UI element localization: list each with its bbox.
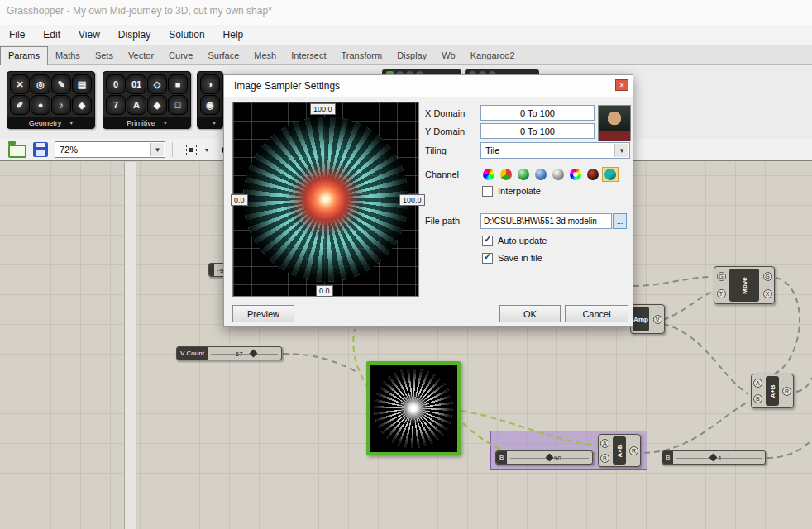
channel-rgb-icon[interactable]	[480, 167, 497, 182]
slider-90-knob[interactable]	[545, 453, 553, 461]
partial-group-icon-1[interactable]: ◑	[200, 74, 220, 94]
primitive-icon-2[interactable]: 01	[127, 74, 146, 94]
geometry-icon-1[interactable]: ✕	[10, 74, 30, 94]
tab-transform[interactable]: Transform	[333, 47, 389, 64]
primitive-icon-4[interactable]: ■	[168, 74, 188, 94]
tiling-value: Tile	[485, 145, 499, 155]
amplitude-output-nub[interactable]: V	[653, 315, 662, 324]
tab-sets[interactable]: Sets	[88, 47, 121, 64]
tab-maths[interactable]: Maths	[48, 47, 88, 64]
channel-alpha-icon[interactable]	[550, 167, 566, 182]
canvas-scrollbar[interactable]	[124, 162, 136, 529]
window-titlebar[interactable]: Grasshopper - My own Mid-journey to 3D, …	[0, 0, 812, 25]
zoom-extents-icon[interactable]	[184, 143, 198, 157]
primitive-icon-1[interactable]: 0	[106, 74, 126, 94]
channel-green-icon[interactable]	[515, 167, 532, 182]
geometry-icon-6[interactable]: ●	[31, 95, 50, 115]
primitive-icon-6[interactable]: A	[127, 95, 146, 115]
amplitude-component[interactable]: Amp V	[630, 304, 665, 334]
zoom-extents-dropdown-icon[interactable]: ▾	[205, 146, 208, 154]
image-preview-panel[interactable]	[232, 102, 419, 297]
addition-output-r[interactable]: R	[782, 387, 791, 396]
multiplication-output-r[interactable]: R	[629, 446, 638, 455]
channel-blue-icon[interactable]	[533, 167, 549, 182]
tab-kangaroo2[interactable]: Kangaroo2	[463, 47, 523, 64]
primitive-icon-5[interactable]: 7	[106, 95, 126, 115]
tab-wb[interactable]: Wb	[434, 47, 463, 64]
image-sampler-dialog: Image Sampler Settings ✕ 100.0 0.0 100.0…	[223, 74, 633, 327]
x-domain-input[interactable]	[480, 105, 595, 121]
move-input-translation[interactable]: T	[717, 289, 726, 298]
vcount-slider[interactable]: V Count 67	[176, 346, 282, 360]
tab-mesh[interactable]: Mesh	[246, 47, 284, 64]
ok-button[interactable]: OK	[499, 305, 561, 322]
partial-group-icon-2[interactable]: ◉	[200, 95, 220, 115]
move-input-geometry[interactable]: G	[717, 272, 726, 281]
menu-edit[interactable]: Edit	[34, 25, 69, 45]
file-path-label: File path	[425, 216, 460, 226]
save-file-icon[interactable]	[33, 142, 48, 157]
geometry-icon-4[interactable]: ▤	[72, 74, 92, 94]
menu-file[interactable]: File	[0, 25, 34, 45]
browse-button[interactable]: ...	[613, 213, 627, 229]
slider-1[interactable]: B 1	[662, 450, 766, 465]
geometry-icon-7[interactable]: ♪	[51, 95, 71, 115]
cancel-button[interactable]: Cancel	[565, 305, 628, 322]
move-output-geometry[interactable]: G	[763, 272, 772, 281]
primitive-icon-8[interactable]: □	[168, 95, 188, 115]
slider-90-track[interactable]: 90	[507, 451, 592, 464]
menu-display[interactable]: Display	[109, 25, 160, 45]
vcount-slider-knob[interactable]	[249, 349, 257, 357]
tab-curve[interactable]: Curve	[161, 47, 200, 64]
multiplication-input-a[interactable]: A	[600, 439, 609, 448]
multiplication-input-b[interactable]: B	[600, 454, 609, 463]
geometry-icon-8[interactable]: ◆	[72, 95, 92, 115]
geometry-icon-2[interactable]: ◎	[31, 74, 50, 94]
geometry-icon-3[interactable]: ✎	[51, 74, 71, 94]
channel-saturation-icon[interactable]	[585, 167, 601, 182]
tab-intersect[interactable]: Intersect	[284, 47, 333, 64]
channel-luminance-icon[interactable]	[602, 167, 619, 182]
primitive-icon-7[interactable]: ◆	[147, 95, 167, 115]
geometry-group-dropdown[interactable]: Geometry	[7, 117, 94, 128]
axis-label-right: 100.0	[399, 194, 425, 206]
channel-composite-icon[interactable]	[498, 167, 514, 182]
primitive-group-label: Primitive	[127, 119, 155, 127]
addition-input-a[interactable]: A	[753, 379, 762, 388]
menu-view[interactable]: View	[69, 25, 109, 45]
interpolate-checkbox[interactable]	[482, 186, 493, 197]
geometry-icon-5[interactable]: ✐	[10, 95, 30, 115]
menu-solution[interactable]: Solution	[160, 25, 213, 45]
channel-hue-icon[interactable]	[567, 167, 584, 182]
y-domain-input[interactable]	[480, 123, 595, 139]
tiling-select[interactable]: Tile	[480, 142, 630, 159]
multiplication-component[interactable]: A B A×B R	[598, 434, 641, 467]
tab-display[interactable]: Display	[389, 47, 434, 64]
dialog-close-button[interactable]: ✕	[615, 79, 628, 91]
image-sampler-component[interactable]	[366, 361, 461, 455]
slider-1-knob[interactable]	[709, 453, 717, 461]
primitive-icon-3[interactable]: ◇	[147, 74, 167, 94]
wire	[663, 324, 748, 394]
menu-help[interactable]: Help	[214, 25, 253, 45]
file-path-input[interactable]	[480, 213, 612, 229]
tab-surface[interactable]: Surface	[200, 47, 246, 64]
open-file-icon[interactable]	[8, 145, 26, 158]
slider-1-track[interactable]: 1	[673, 451, 765, 464]
primitive-group-dropdown[interactable]: Primitive	[103, 117, 190, 128]
addition-input-b[interactable]: B	[753, 394, 762, 403]
addition-component[interactable]: A B A+B R	[751, 374, 794, 408]
slider-90[interactable]: B 90	[495, 450, 593, 465]
move-output-transform[interactable]: X	[763, 289, 772, 298]
tab-params[interactable]: Params	[0, 46, 48, 65]
auto-update-checkbox[interactable]	[482, 236, 493, 246]
channel-label: Channel	[425, 169, 459, 179]
dialog-titlebar[interactable]: Image Sampler Settings ✕	[224, 75, 633, 97]
vcount-slider-track[interactable]: 67	[208, 347, 281, 360]
partial-group-dropdown[interactable]	[198, 117, 222, 128]
zoom-select[interactable]: 72%	[55, 141, 165, 158]
move-component[interactable]: G T Move G X	[714, 266, 775, 304]
tab-vector[interactable]: Vector	[121, 47, 161, 64]
preview-button[interactable]: Preview	[232, 305, 294, 322]
save-in-file-checkbox[interactable]	[482, 253, 493, 264]
